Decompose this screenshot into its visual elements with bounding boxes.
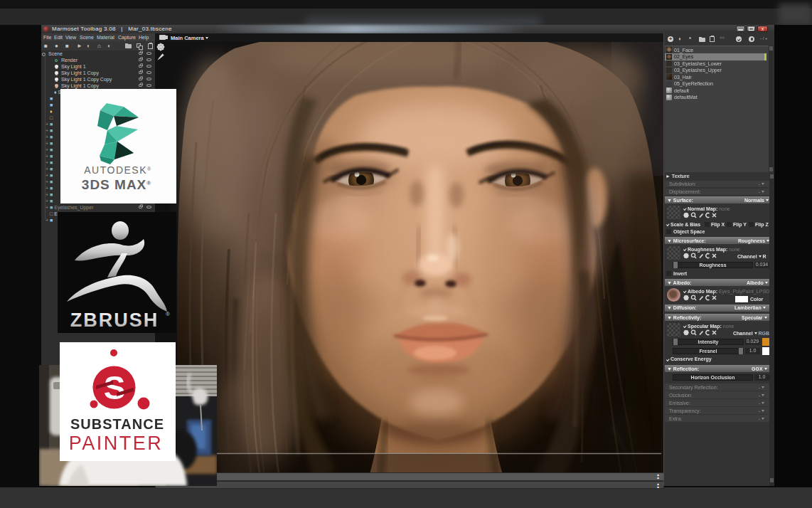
svg-text:ZBRUSH: ZBRUSH bbox=[70, 309, 159, 331]
svg-text:SUBSTANCE: SUBSTANCE bbox=[70, 416, 164, 432]
svg-text:3DS MAX®: 3DS MAX® bbox=[82, 177, 151, 192]
svg-text:®: ® bbox=[166, 311, 170, 317]
svg-text:PAINTER: PAINTER bbox=[69, 433, 164, 454]
svg-text:S: S bbox=[104, 369, 126, 406]
svg-text:AUTODESK®: AUTODESK® bbox=[84, 164, 151, 176]
